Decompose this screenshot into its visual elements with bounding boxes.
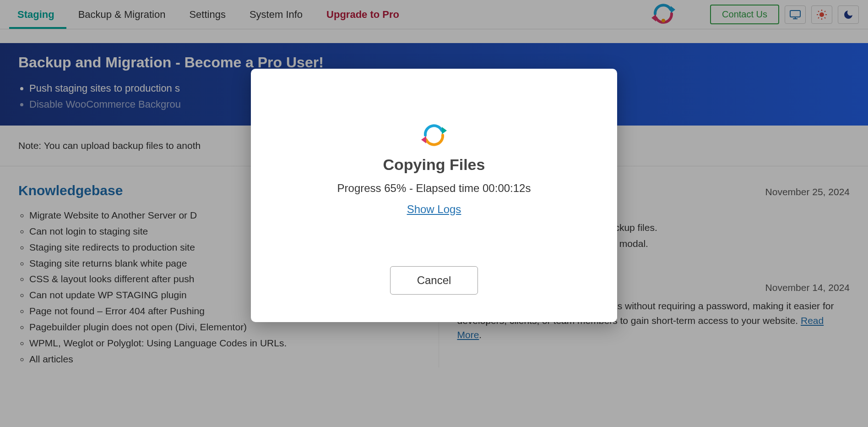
modal-overlay: Copying Files Progress 65% - Elapsed tim… bbox=[0, 0, 868, 427]
modal-logo-icon bbox=[269, 124, 599, 147]
svg-marker-16 bbox=[421, 136, 426, 143]
show-logs-link[interactable]: Show Logs bbox=[407, 203, 461, 216]
svg-marker-15 bbox=[442, 127, 447, 134]
cancel-button[interactable]: Cancel bbox=[390, 266, 478, 295]
progress-modal: Copying Files Progress 65% - Elapsed tim… bbox=[251, 69, 617, 322]
modal-progress-text: Progress 65% - Elapsed time 00:00:12s bbox=[269, 182, 599, 195]
modal-title: Copying Files bbox=[269, 156, 599, 174]
